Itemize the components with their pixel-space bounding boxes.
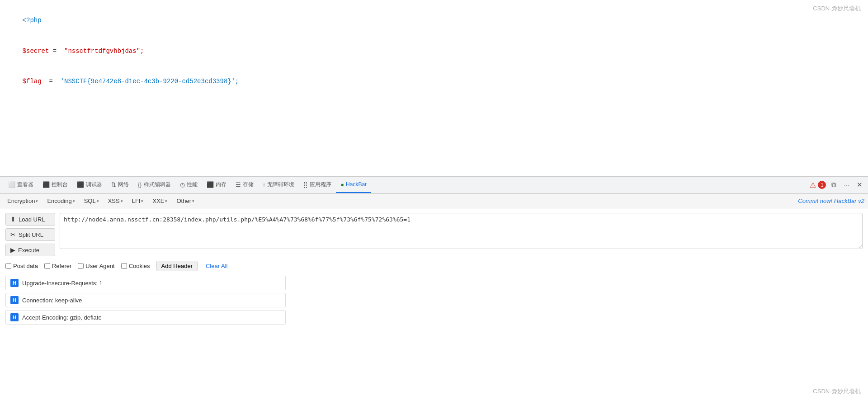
hackbar-content: ⬆ Load URL ✂ Split URL ▶ Execute Post da… bbox=[0, 208, 868, 329]
split-url-button[interactable]: ✂ Split URL bbox=[5, 228, 55, 241]
encryption-arrow-icon: ▾ bbox=[36, 199, 38, 203]
devtools-tab-hackbar-label: HackBar bbox=[346, 181, 367, 188]
devtools-tab-style-editor-label: 样式编辑器 bbox=[144, 181, 171, 188]
encoding-arrow-icon: ▾ bbox=[73, 199, 75, 203]
devtools-tab-memory-label: 内存 bbox=[216, 181, 226, 188]
user-agent-checkbox[interactable] bbox=[78, 263, 84, 269]
error-count-badge: 1 bbox=[818, 181, 826, 189]
code-area: <?php $secret = "nssctfrtdfgvhbjdas"; $f… bbox=[0, 0, 868, 176]
hackbar-panel: Encryption ▾ Encoding ▾ SQL ▾ XSS ▾ LFI … bbox=[0, 193, 868, 329]
devtools-tab-inspector-label: 查看器 bbox=[17, 181, 33, 188]
devtools-tab-application[interactable]: ⣿ 应用程序 bbox=[299, 177, 336, 193]
devtools-tab-performance-label: 性能 bbox=[187, 181, 198, 188]
cookies-checkbox[interactable] bbox=[121, 263, 127, 269]
split-url-label: Split URL bbox=[19, 231, 43, 238]
split-url-icon: ✂ bbox=[10, 231, 16, 238]
header-h-badge-connection: H bbox=[10, 296, 19, 304]
menu-other-label: Other bbox=[176, 198, 191, 204]
load-url-label: Load URL bbox=[19, 216, 45, 223]
devtools-tab-network-label: 网络 bbox=[118, 181, 129, 188]
lfi-arrow-icon: ▾ bbox=[141, 199, 143, 203]
code-line-2: $secret = "nssctfrtdfgvhbjdas"; bbox=[7, 36, 861, 66]
cookies-checkbox-label[interactable]: Cookies bbox=[121, 263, 150, 269]
memory-icon: ⬛ bbox=[207, 181, 214, 188]
devtools-tab-hackbar[interactable]: ● HackBar bbox=[336, 177, 371, 193]
devtools-right: ⚠ 1 ⧉ ··· ✕ bbox=[810, 179, 864, 191]
devtools-tab-console[interactable]: ⬛ 控制台 bbox=[38, 177, 72, 193]
options-row: Post data Referer User Agent Cookies Add… bbox=[5, 261, 863, 271]
error-indicator: ⚠ 1 bbox=[810, 181, 826, 189]
load-url-icon: ⬆ bbox=[10, 216, 16, 223]
devtools-tab-storage-label: 存储 bbox=[243, 181, 254, 188]
application-icon: ⣿ bbox=[303, 181, 308, 188]
referer-label: Referer bbox=[52, 263, 71, 269]
menu-lfi[interactable]: LFI ▾ bbox=[128, 196, 147, 206]
header-value-connection: Connection: keep-alive bbox=[22, 297, 82, 304]
devtools-tab-accessibility-label: 无障碍环境 bbox=[267, 181, 294, 188]
menu-other[interactable]: Other ▾ bbox=[173, 196, 198, 206]
watermark-top: CSDN @妙尺墙机 bbox=[813, 5, 861, 13]
close-devtools-button[interactable]: ✕ bbox=[855, 179, 864, 191]
menu-lfi-label: LFI bbox=[132, 198, 141, 204]
header-row-accept-encoding: H Accept-Encoding: gzip, deflate bbox=[5, 310, 286, 325]
style-editor-icon: {} bbox=[138, 181, 142, 188]
menu-xss-label: XSS bbox=[108, 198, 120, 204]
devtools-tab-storage[interactable]: ☰ 存储 bbox=[231, 177, 258, 193]
header-h-badge-accept-encoding: H bbox=[10, 313, 19, 321]
accessibility-icon: ↑ bbox=[263, 181, 266, 188]
post-data-checkbox-label[interactable]: Post data bbox=[5, 263, 38, 269]
referer-checkbox[interactable] bbox=[44, 263, 50, 269]
load-url-button[interactable]: ⬆ Load URL bbox=[5, 213, 55, 226]
user-agent-label: User Agent bbox=[85, 263, 114, 269]
post-data-checkbox[interactable] bbox=[5, 263, 11, 269]
menu-sql[interactable]: SQL ▾ bbox=[80, 196, 103, 206]
devtools-tab-style-editor[interactable]: {} 样式编辑器 bbox=[133, 177, 175, 193]
devtools-tab-debugger[interactable]: ⬛ 调试器 bbox=[72, 177, 107, 193]
devtools-tab-network[interactable]: ⇅ 网络 bbox=[107, 177, 133, 193]
devtools-tab-inspector[interactable]: ⬜ 查看器 bbox=[4, 177, 38, 193]
sql-arrow-icon: ▾ bbox=[97, 199, 99, 203]
menu-sql-label: SQL bbox=[84, 198, 96, 204]
execute-button[interactable]: ▶ Execute bbox=[5, 244, 55, 256]
hackbar-dot-icon: ● bbox=[340, 181, 344, 188]
execute-label: Execute bbox=[18, 247, 39, 254]
clear-all-button[interactable]: Clear All bbox=[204, 263, 229, 269]
menu-xss[interactable]: XSS ▾ bbox=[104, 196, 127, 206]
execute-icon: ▶ bbox=[10, 246, 15, 254]
add-header-button[interactable]: Add Header bbox=[156, 261, 198, 271]
debugger-icon: ⬛ bbox=[77, 181, 84, 188]
responsive-button[interactable]: ⧉ bbox=[830, 179, 838, 191]
action-buttons: ⬆ Load URL ✂ Split URL ▶ Execute bbox=[5, 213, 55, 256]
watermark-bottom: CSDN @妙尺墙机 bbox=[813, 387, 861, 395]
performance-icon: ◷ bbox=[180, 181, 185, 188]
code-line-3: $flag = 'NSSCTF{9e4742e8-d1ec-4c3b-9220-… bbox=[7, 66, 861, 96]
header-value-accept-encoding: Accept-Encoding: gzip, deflate bbox=[22, 314, 102, 321]
menu-encoding[interactable]: Encoding ▾ bbox=[43, 196, 78, 206]
menu-encryption-label: Encryption bbox=[7, 198, 35, 204]
header-row-upgrade: H Upgrade-Insecure-Requests: 1 bbox=[5, 276, 286, 290]
inspector-icon: ⬜ bbox=[8, 181, 15, 188]
code-line-1: <?php bbox=[7, 5, 861, 36]
devtools-bar: ⬜ 查看器 ⬛ 控制台 ⬛ 调试器 ⇅ 网络 {} 样式编辑器 ◷ 性能 ⬛ 内… bbox=[0, 176, 868, 193]
url-input[interactable] bbox=[60, 213, 863, 249]
devtools-tab-debugger-label: 调试器 bbox=[86, 181, 102, 188]
cookies-label: Cookies bbox=[129, 263, 150, 269]
commit-now-label[interactable]: Commit now! HackBar v2 bbox=[798, 198, 864, 204]
devtools-tab-console-label: 控制台 bbox=[52, 181, 68, 188]
url-row: ⬆ Load URL ✂ Split URL ▶ Execute bbox=[5, 213, 863, 256]
post-data-label: Post data bbox=[13, 263, 38, 269]
menu-xxe-label: XXE bbox=[152, 198, 164, 204]
more-options-button[interactable]: ··· bbox=[842, 179, 851, 191]
user-agent-checkbox-label[interactable]: User Agent bbox=[78, 263, 114, 269]
menu-encryption[interactable]: Encryption ▾ bbox=[4, 196, 42, 206]
referer-checkbox-label[interactable]: Referer bbox=[44, 263, 71, 269]
menu-xxe[interactable]: XXE ▾ bbox=[149, 196, 171, 206]
console-icon: ⬛ bbox=[42, 181, 50, 188]
devtools-tab-accessibility[interactable]: ↑ 无障碍环境 bbox=[258, 177, 299, 193]
header-row-connection: H Connection: keep-alive bbox=[5, 293, 286, 307]
devtools-tab-performance[interactable]: ◷ 性能 bbox=[175, 177, 202, 193]
menu-encoding-label: Encoding bbox=[47, 198, 71, 204]
hackbar-menu-bar: Encryption ▾ Encoding ▾ SQL ▾ XSS ▾ LFI … bbox=[0, 194, 868, 208]
devtools-tab-memory[interactable]: ⬛ 内存 bbox=[202, 177, 231, 193]
xss-arrow-icon: ▾ bbox=[121, 199, 123, 203]
